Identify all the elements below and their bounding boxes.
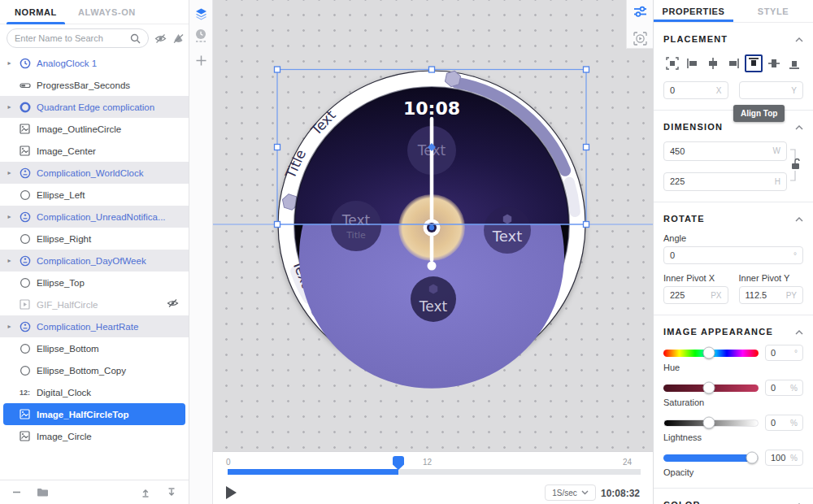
align-center-screen-icon[interactable] — [663, 54, 681, 72]
collapse-chevron-icon[interactable] — [795, 213, 803, 224]
adjustments-sliders-icon[interactable] — [633, 6, 647, 20]
collapse-chevron-icon[interactable] — [795, 499, 803, 504]
collapse-chevron-icon[interactable] — [795, 121, 803, 133]
align-middle-vertical-icon[interactable] — [765, 54, 783, 72]
align-top-icon[interactable] — [745, 54, 763, 72]
layer-row-ellipse-right[interactable]: Ellipse_Right — [0, 228, 189, 250]
hide-all-eye-off-icon[interactable] — [154, 33, 167, 45]
width-input[interactable] — [670, 146, 770, 156]
play-button[interactable] — [226, 486, 237, 499]
chevron-down-icon — [581, 490, 589, 495]
color-section-header[interactable]: COLOR — [663, 499, 803, 504]
run-preview-icon[interactable] — [633, 32, 647, 48]
group-folder-icon[interactable] — [37, 487, 49, 497]
design-canvas[interactable]: Text Title Text Text Title Text Text Tit — [213, 0, 653, 451]
move-to-top-icon[interactable] — [140, 487, 151, 498]
height-input[interactable] — [670, 176, 772, 186]
layers-panel-icon[interactable] — [189, 7, 212, 21]
saturation-value-input[interactable] — [771, 383, 787, 393]
position-x-input[interactable] — [670, 85, 713, 95]
layer-row-ellipse-bottom[interactable]: Ellipse_Bottom — [0, 337, 189, 359]
y-suffix: Y — [791, 86, 797, 95]
opacity-label: Opacity — [663, 467, 803, 477]
timeline-track[interactable] — [228, 469, 641, 475]
inner-pivot-x-input[interactable] — [670, 290, 707, 300]
layer-row-gif-halfcircle[interactable]: GIF_HalfCircle — [0, 293, 189, 315]
mask-off-icon[interactable] — [172, 33, 185, 45]
position-x-field[interactable]: X — [663, 81, 728, 99]
time-preview-icon[interactable] — [189, 28, 212, 43]
align-left-icon[interactable] — [684, 54, 702, 72]
expand-caret-icon[interactable]: ▸ — [6, 103, 13, 111]
opacity-value-input[interactable] — [771, 453, 787, 463]
expand-caret-icon[interactable]: ▸ — [6, 257, 13, 264]
tab-always-on[interactable]: ALWAYS-ON — [78, 0, 136, 24]
aspect-lock-control[interactable] — [787, 141, 803, 191]
height-field[interactable]: H — [663, 172, 787, 192]
search-input[interactable] — [15, 33, 130, 43]
inner-pivot-y-field[interactable]: PY — [739, 286, 804, 304]
timeline-playhead[interactable] — [393, 456, 404, 470]
remove-layer-icon[interactable] — [11, 487, 22, 497]
layer-row-complication-unreadnotification[interactable]: ▸ Complication_UnreadNotifica... — [0, 206, 189, 228]
collapse-chevron-icon[interactable] — [795, 326, 803, 337]
inner-pivot-y-input[interactable] — [746, 290, 783, 300]
expand-caret-icon[interactable]: ▸ — [6, 213, 13, 220]
angle-input[interactable] — [670, 250, 790, 260]
hue-value-input[interactable] — [771, 348, 791, 358]
layer-row-digital-clock[interactable]: 12: Digital_Clock — [0, 381, 189, 403]
layer-row-ellipse-left[interactable]: Ellipse_Left — [0, 184, 189, 206]
tab-properties[interactable]: PROPERTIES — [654, 0, 733, 22]
align-bottom-icon[interactable] — [785, 54, 803, 72]
rotate-section-header[interactable]: ROTATE — [663, 213, 803, 224]
opacity-value-field[interactable]: % — [765, 450, 803, 466]
align-right-icon[interactable] — [724, 54, 742, 72]
expand-caret-icon[interactable]: ▸ — [6, 323, 13, 330]
position-y-input[interactable] — [746, 85, 789, 95]
layer-hidden-eye-off-icon[interactable] — [167, 298, 179, 311]
hue-slider[interactable] — [663, 350, 759, 357]
angle-field[interactable]: ° — [663, 246, 803, 264]
align-center-horizontal-icon[interactable] — [704, 54, 722, 72]
layer-row-complication-heartrate[interactable]: ▸ Complication_HeartRate — [0, 315, 189, 337]
position-y-field[interactable]: Y — [739, 81, 804, 99]
lightness-slider-knob[interactable] — [703, 417, 715, 429]
expand-caret-icon[interactable]: ▸ — [6, 169, 13, 176]
layer-row-analogclock[interactable]: ▸ AnalogClock 1 — [0, 52, 189, 74]
tab-normal[interactable]: NORMAL — [15, 0, 57, 24]
opacity-slider[interactable] — [663, 454, 759, 462]
layer-row-image-circle[interactable]: Image_Circle — [0, 425, 189, 447]
playback-speed-dropdown[interactable]: 1S/sec — [545, 484, 596, 501]
layer-row-image-halfcircletop[interactable]: Image_HalfCircleTop — [3, 403, 185, 425]
layer-row-quadrant-edge[interactable]: ▸ Quadrant Edge complication — [0, 96, 189, 118]
add-component-icon[interactable] — [189, 54, 212, 67]
layer-row-ellipse-bottom-copy[interactable]: Ellipse_Bottom_Copy — [0, 359, 189, 381]
placement-section-header[interactable]: PLACEMENT — [663, 33, 803, 45]
digital-clock-text[interactable]: 10:08 — [403, 98, 460, 119]
width-field[interactable]: W — [663, 141, 787, 161]
percent-suffix: % — [790, 454, 798, 463]
dimension-section-header[interactable]: DIMENSION — [663, 121, 803, 133]
hue-slider-knob[interactable] — [703, 347, 715, 359]
layer-row-image-outlinecircle[interactable]: Image_OutlineCircle — [0, 118, 189, 140]
layer-row-complication-dayofweek[interactable]: ▸ Complication_DayOfWeek — [0, 250, 189, 272]
expand-caret-icon[interactable]: ▸ — [6, 59, 13, 67]
collapse-chevron-icon[interactable] — [795, 33, 803, 45]
opacity-slider-knob[interactable] — [746, 452, 758, 464]
move-to-bottom-icon[interactable] — [166, 487, 177, 498]
layer-row-progressbar[interactable]: ProgressBar_Seconds — [0, 74, 189, 96]
inner-pivot-x-field[interactable]: PX — [663, 286, 728, 304]
layer-row-complication-worldclock[interactable]: ▸ Complication_WorldClock — [0, 162, 189, 184]
hue-value-field[interactable]: ° — [765, 345, 803, 361]
lightness-value-field[interactable]: % — [765, 415, 803, 431]
layer-row-image-center[interactable]: Image_Center — [0, 140, 189, 162]
saturation-value-field[interactable]: % — [765, 380, 803, 396]
tab-style[interactable]: STYLE — [733, 0, 813, 22]
search-box[interactable] — [7, 28, 149, 48]
layer-row-ellipse-top[interactable]: Ellipse_Top — [0, 272, 189, 293]
lightness-slider[interactable] — [663, 419, 759, 427]
lightness-value-input[interactable] — [771, 418, 787, 428]
saturation-slider-knob[interactable] — [703, 382, 715, 394]
image-appearance-section-header[interactable]: IMAGE APPEARANCE — [663, 326, 803, 337]
saturation-slider[interactable] — [663, 385, 759, 392]
